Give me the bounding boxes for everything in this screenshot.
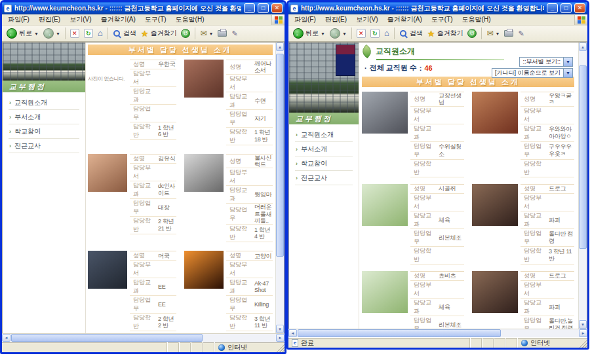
sidebar-item-departments[interactable]: ›부서소개 (295, 142, 353, 156)
status-text (2, 342, 167, 352)
chevron-down-icon[interactable]: ▼ (563, 69, 572, 77)
home-button[interactable]: ⌂ (383, 29, 391, 38)
horizontal-scrollbar[interactable]: ◄ ► (288, 329, 587, 337)
history-button[interactable]: ↺ (180, 28, 191, 39)
scroll-down-button[interactable]: ▼ (579, 320, 587, 329)
print-button[interactable] (503, 29, 515, 37)
scrollbar-track[interactable] (276, 51, 284, 325)
close-button[interactable]: ✕ (271, 3, 283, 13)
staff-entry: 성명김유식담당부서담당교과dc인사이드담당업무대장담당학반2 학년 21 반 (88, 154, 176, 243)
stop-button[interactable]: ✕ (69, 28, 81, 39)
forward-icon: → (43, 28, 54, 39)
title-bar[interactable]: e http://www.keumcheon.hs.kr - :::::: 금천… (2, 2, 285, 14)
sidebar-item-participation[interactable]: ›학교참여 (9, 124, 79, 139)
menu-file[interactable]: 파일(F) (3, 14, 34, 25)
maximize-button[interactable]: □ (258, 3, 269, 13)
field-value: 뭣임마 (252, 191, 273, 198)
search-button[interactable]: 검색 (111, 28, 138, 39)
refresh-button[interactable]: ↻ (83, 28, 94, 39)
field-label: 담당부서 (521, 194, 547, 211)
home-button[interactable]: ⌂ (96, 29, 104, 38)
close-button[interactable]: ✕ (574, 3, 585, 13)
stop-icon: ✕ (70, 29, 79, 38)
staff-table: 사진이 없습니다.성명우한국담당부서담당교과담당업무담당학반1 학년 6 반성명… (88, 60, 273, 333)
scroll-down-button[interactable]: ▼ (276, 325, 284, 333)
sidebar-item-staff[interactable]: ›교직원소개 (295, 128, 353, 142)
toolbar-separator (195, 27, 195, 39)
favorites-button[interactable]: ★ 즐겨찾기 (140, 28, 178, 39)
forward-button[interactable]: → ▼ (42, 27, 62, 39)
department-view-select[interactable]: ::부서별 보기:: ▼ (519, 57, 573, 67)
menu-help[interactable]: 도움말(H) (171, 14, 209, 25)
field-value: 대장 (156, 204, 176, 211)
mail-dropdown-icon[interactable]: ▼ (208, 31, 213, 36)
back-dropdown-icon[interactable]: ▼ (34, 31, 39, 36)
edit-button[interactable]: ✎ (517, 29, 525, 39)
scroll-up-button[interactable]: ▲ (579, 43, 587, 51)
scrollbar-thumb[interactable] (276, 54, 284, 257)
forward-dropdown-icon[interactable]: ▼ (342, 31, 347, 36)
refresh-button[interactable]: ↻ (369, 28, 381, 39)
mail-button[interactable]: ✉ ▼ (485, 28, 501, 39)
sidebar-item-departments[interactable]: ›부서소개 (9, 110, 79, 124)
favorites-button[interactable]: ★ 즐겨찾기 (426, 28, 465, 39)
mail-button[interactable]: ✉ ▼ (199, 28, 214, 39)
scroll-right-button[interactable]: ► (579, 329, 587, 337)
scrollbar-thumb[interactable] (11, 334, 203, 342)
name-sort-select[interactable]: [가나다] 이름순으로 보기 ▼ (492, 68, 573, 78)
resize-grip[interactable] (579, 338, 587, 348)
section-banner: 부서별 담당 선생님 소개 (88, 45, 273, 55)
scroll-up-button[interactable]: ▲ (276, 43, 284, 51)
menu-help[interactable]: 도움말(H) (458, 14, 496, 25)
back-dropdown-icon[interactable]: ▼ (321, 31, 325, 36)
school-banner-sign (336, 45, 355, 76)
minimize-button[interactable]: _ (547, 3, 558, 13)
print-button[interactable] (216, 29, 228, 37)
menu-view[interactable]: 보기(V) (351, 14, 382, 25)
field-row: 담당부서 (521, 194, 574, 211)
menu-tools[interactable]: 도구(T) (140, 14, 171, 25)
field-row: 담당부서 (226, 261, 273, 278)
back-button[interactable]: ← 뒤로 ▼ (292, 27, 326, 39)
vertical-scrollbar[interactable]: ▲ ▼ (578, 43, 587, 329)
scrollbar-thumb[interactable] (298, 329, 501, 337)
edit-button[interactable]: ✎ (230, 29, 239, 39)
horizontal-scrollbar[interactable]: ◄ ► (2, 333, 285, 342)
sidebar-item-participation[interactable]: ›학교참여 (295, 156, 353, 171)
menu-view[interactable]: 보기(V) (65, 14, 96, 25)
menu-edit[interactable]: 편집(E) (321, 14, 351, 25)
forward-dropdown-icon[interactable]: ▼ (56, 31, 60, 36)
sidebar-item-transfer-teachers[interactable]: ›전근교사 (9, 139, 79, 153)
resize-grip[interactable] (276, 342, 285, 352)
scrollbar-track[interactable] (297, 329, 579, 337)
forward-button[interactable]: → ▼ (328, 27, 348, 39)
menu-favorites[interactable]: 즐겨찾기(A) (96, 14, 140, 25)
history-icon: ↺ (467, 29, 477, 38)
mail-dropdown-icon[interactable]: ▼ (495, 31, 500, 36)
minimize-button[interactable]: _ (244, 3, 255, 13)
scroll-left-button[interactable]: ◄ (2, 334, 10, 342)
sidebar-item-staff[interactable]: ›교직원소개 (9, 96, 79, 110)
field-row: 담당학반1 학년 18 반 (226, 128, 273, 145)
menu-edit[interactable]: 편집(E) (34, 14, 65, 25)
search-button[interactable]: 검색 (398, 28, 424, 39)
sidebar-item-label: 전근교사 (14, 141, 41, 151)
history-button[interactable]: ↺ (466, 28, 478, 39)
scroll-left-button[interactable]: ◄ (288, 329, 297, 337)
chevron-down-icon[interactable]: ▼ (563, 58, 572, 66)
field-row: 담당교과수면 (226, 92, 273, 110)
scrollbar-thumb[interactable] (579, 65, 587, 249)
menu-file[interactable]: 파일(F) (290, 14, 321, 25)
scroll-right-button[interactable]: ► (276, 334, 285, 342)
title-bar[interactable]: e http://www.keumcheon.hs.kr - :::::: 금천… (288, 2, 587, 14)
menu-favorites[interactable]: 즐겨찾기(A) (382, 14, 426, 25)
menu-tools[interactable]: 도구(T) (427, 14, 458, 25)
scrollbar-track[interactable] (579, 51, 587, 320)
back-button[interactable]: ← 뒤로 ▼ (5, 27, 40, 39)
scrollbar-track[interactable] (10, 334, 276, 342)
field-row: 담당부서 (130, 164, 176, 181)
sidebar-item-transfer-teachers[interactable]: ›전근교사 (295, 171, 353, 185)
stop-button[interactable]: ✕ (355, 28, 367, 39)
maximize-button[interactable]: □ (560, 3, 572, 13)
vertical-scrollbar[interactable]: ▲ ▼ (275, 43, 284, 333)
